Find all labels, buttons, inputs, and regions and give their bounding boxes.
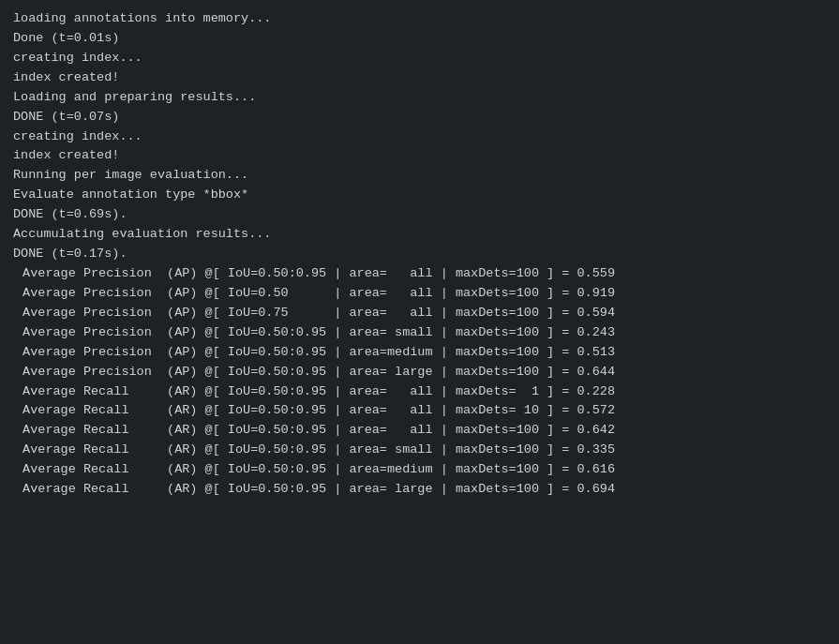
metrics-line: Average Precision (AP) @[ IoU=0.75 | are… bbox=[13, 304, 826, 323]
terminal-line: DONE (t=0.07s) bbox=[13, 108, 826, 127]
terminal-line: creating index... bbox=[13, 49, 826, 68]
terminal-line: index created! bbox=[13, 146, 826, 166]
terminal-line: index created! bbox=[13, 68, 826, 88]
terminal-line: Running per image evaluation... bbox=[13, 166, 826, 186]
metrics-line: Average Recall (AR) @[ IoU=0.50:0.95 | a… bbox=[13, 441, 826, 460]
metrics-line: Average Precision (AP) @[ IoU=0.50 | are… bbox=[13, 284, 826, 304]
metrics-line: Average Recall (AR) @[ IoU=0.50:0.95 | a… bbox=[13, 480, 826, 500]
terminal-line: Done (t=0.01s) bbox=[13, 29, 826, 49]
terminal-line: DONE (t=0.69s). bbox=[13, 205, 826, 225]
terminal-line: Loading and preparing results... bbox=[13, 88, 826, 108]
metrics-line: Average Recall (AR) @[ IoU=0.50:0.95 | a… bbox=[13, 382, 826, 402]
metrics-line: Average Precision (AP) @[ IoU=0.50:0.95 … bbox=[13, 264, 826, 284]
metrics-line: Average Recall (AR) @[ IoU=0.50:0.95 | a… bbox=[13, 421, 826, 441]
terminal-line: Accumulating evaluation results... bbox=[13, 225, 826, 245]
terminal-line: DONE (t=0.17s). bbox=[13, 245, 826, 264]
terminal-line: creating index... bbox=[13, 127, 826, 147]
terminal-line: loading annotations into memory... bbox=[13, 9, 826, 29]
terminal-line: Evaluate annotation type *bbox* bbox=[13, 186, 826, 205]
metrics-line: Average Recall (AR) @[ IoU=0.50:0.95 | a… bbox=[13, 460, 826, 480]
metrics-line: Average Precision (AP) @[ IoU=0.50:0.95 … bbox=[13, 323, 826, 343]
metrics-line: Average Precision (AP) @[ IoU=0.50:0.95 … bbox=[13, 363, 826, 382]
metrics-line: Average Precision (AP) @[ IoU=0.50:0.95 … bbox=[13, 343, 826, 363]
metrics-line: Average Recall (AR) @[ IoU=0.50:0.95 | a… bbox=[13, 401, 826, 421]
terminal-output: loading annotations into memory...Done (… bbox=[13, 9, 826, 500]
